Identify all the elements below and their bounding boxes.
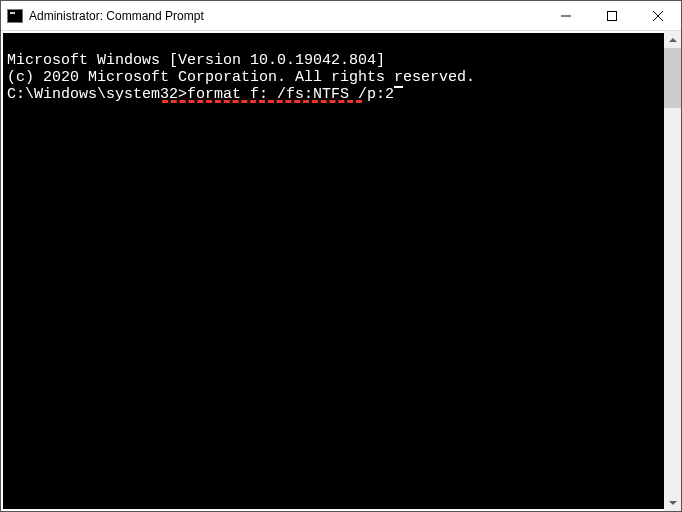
window-controls xyxy=(543,1,681,30)
svg-rect-1 xyxy=(608,12,617,21)
window-title: Administrator: Command Prompt xyxy=(29,9,204,23)
vertical-scrollbar[interactable] xyxy=(664,31,681,511)
text-cursor xyxy=(394,86,403,88)
output-line: Microsoft Windows [Version 10.0.19042.80… xyxy=(7,52,660,69)
output-line: (c) 2020 Microsoft Corporation. All righ… xyxy=(7,69,660,86)
scroll-down-button[interactable] xyxy=(664,494,681,511)
scroll-thumb[interactable] xyxy=(664,48,681,108)
svg-marker-4 xyxy=(669,38,677,42)
command-prompt-window: Administrator: Command Prompt Microsoft … xyxy=(0,0,682,512)
minimize-button[interactable] xyxy=(543,1,589,31)
close-button[interactable] xyxy=(635,1,681,31)
maximize-button[interactable] xyxy=(589,1,635,31)
prompt-text: C:\Windows\system32> xyxy=(7,86,187,103)
titlebar-left: Administrator: Command Prompt xyxy=(1,9,204,23)
svg-marker-5 xyxy=(669,501,677,505)
annotation-underline xyxy=(162,100,362,103)
scroll-up-button[interactable] xyxy=(664,31,681,48)
titlebar[interactable]: Administrator: Command Prompt xyxy=(1,1,681,31)
cmd-icon xyxy=(7,9,23,23)
content-area: Microsoft Windows [Version 10.0.19042.80… xyxy=(1,31,681,511)
terminal-output[interactable]: Microsoft Windows [Version 10.0.19042.80… xyxy=(3,33,664,509)
